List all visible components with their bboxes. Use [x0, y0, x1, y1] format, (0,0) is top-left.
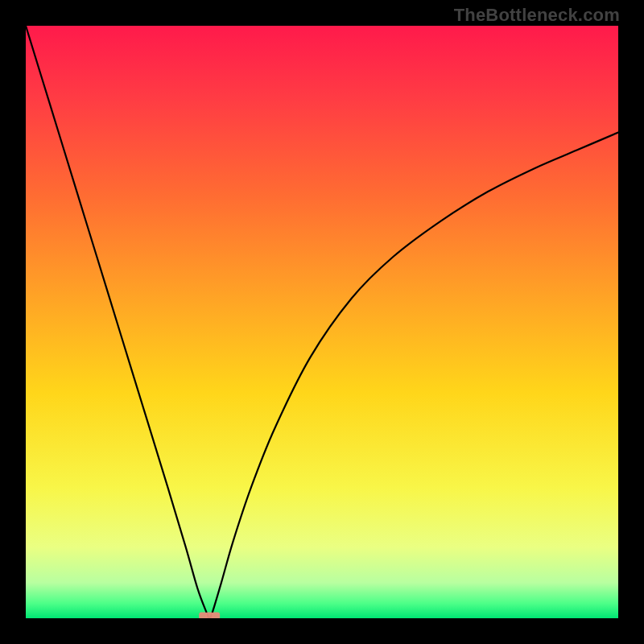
bottleneck-curve	[26, 26, 618, 618]
plot-area	[26, 26, 618, 618]
curve-layer	[26, 26, 618, 618]
chart-frame: TheBottleneck.com	[0, 0, 644, 644]
svg-rect-3	[212, 613, 220, 618]
optimal-marker	[199, 613, 220, 618]
watermark-text: TheBottleneck.com	[454, 5, 620, 26]
